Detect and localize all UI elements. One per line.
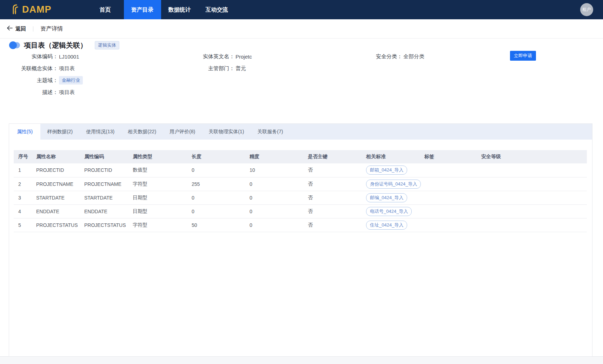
table-cell: 数值型 [128,163,187,177]
table-cell [477,163,587,177]
tab[interactable]: 关联服务(7) [251,124,290,140]
attribute-table: 序号属性名称属性编码属性类型长度精度是否主键相关标准标签安全等级 1PROJEC… [14,150,587,232]
field-related-concept-entity: 关联概念实体： 项目表 [9,65,201,72]
table-cell: PROJECTNAME [32,177,80,191]
standard-pill[interactable]: 住址_0424_导入 [366,221,407,230]
entity-venn-icon [9,41,21,49]
column-header: 标签 [420,150,477,163]
table-cell [477,177,587,191]
column-header: 是否主键 [303,150,362,163]
apply-now-button[interactable]: 立即申请 [510,51,536,61]
field-label: 关联概念实体： [9,65,58,72]
table-cell: 50 [187,218,245,232]
table-cell: 0 [187,204,245,218]
table-cell: 10 [245,163,303,177]
table-cell: 0 [245,177,303,191]
tab[interactable]: 关联物理实体(1) [202,124,251,140]
table-cell: 否 [303,204,362,218]
table-cell [420,177,477,191]
field-label: 实体编码： [9,53,58,60]
field-value: Projetc [236,54,252,60]
table-cell [420,218,477,232]
field-label: 安全分类： [374,53,402,60]
tab[interactable]: 属性(5) [9,124,40,140]
asset-title: 项目表（逻辑关联） [24,41,87,50]
field-value: LJ10001 [59,54,79,60]
table-row: 3STARTDATESTARTDATE日期型00否邮编_0424_导入 [14,191,587,204]
table-cell: ENDDATE [80,204,128,218]
avatar[interactable]: 租户 [580,3,593,16]
column-header: 属性编码 [80,150,128,163]
back-arrow-icon [7,26,13,32]
nav-item[interactable]: 数据统计 [161,0,198,19]
column-header: 相关标准 [362,150,420,163]
table-cell-standard: 住址_0424_导入 [362,218,420,232]
nav-menu: 首页资产目录数据统计互动交流 [87,0,236,19]
table-cell [477,191,587,204]
table-row: 5PROJECTSTATUSPROJECTSTATUS字符型500否住址_042… [14,218,587,232]
column-header: 属性类型 [128,150,187,163]
table-cell: 日期型 [128,191,187,204]
field-label: 实体英文名： [201,53,234,60]
table-cell [477,204,587,218]
standard-pill[interactable]: 邮箱_0424_导入 [366,166,407,175]
field-department: 主管部门： 普元 [201,65,374,72]
table-cell: 否 [303,191,362,204]
attribute-table-wrap: 序号属性名称属性编码属性类型长度精度是否主键相关标准标签安全等级 1PROJEC… [14,150,587,232]
page-title: 资产详情 [40,25,63,33]
column-header: 属性名称 [32,150,80,163]
table-row: 1PROJECTIDPROJECTID数值型010否邮箱_0424_导入 [14,163,587,177]
field-label: 描述： [9,89,58,96]
tab-strip: 属性(5)样例数据(2)使用情况(13)相关数据(22)用户评价(8)关联物理实… [9,124,592,140]
field-value: 普元 [236,65,246,72]
table-cell: 5 [14,218,32,232]
table-row: 4ENDDATEENDDATE日期型00否电话号_0424_导入 [14,204,587,218]
app-logo[interactable]: DAMP [0,0,52,19]
logo-text: DAMP [22,4,52,15]
tab[interactable]: 用户评价(8) [163,124,202,140]
breadcrumb: 返回 资产详情 [0,19,603,39]
table-cell: PROJECTID [32,163,80,177]
table-cell: 2 [14,177,32,191]
field-label: 主管部门： [201,65,234,72]
field-entity-english-name: 实体英文名： Projetc [201,53,374,60]
back-button[interactable]: 返回 [7,26,26,32]
table-cell-standard: 邮编_0424_导入 [362,191,420,204]
table-cell: 255 [187,177,245,191]
table-cell: 0 [187,191,245,204]
column-header: 安全等级 [477,150,587,163]
column-header: 序号 [14,150,32,163]
tab[interactable]: 样例数据(2) [40,124,79,140]
table-cell: ENDDATE [32,204,80,218]
subject-domain-badge[interactable]: 金融行业 [59,76,83,85]
nav-item[interactable]: 首页 [87,0,124,19]
table-cell: 0 [187,163,245,177]
table-cell: 否 [303,177,362,191]
top-navbar: DAMP 首页资产目录数据统计互动交流 租户 [0,0,603,19]
standard-pill[interactable]: 电话号_0424_导入 [366,207,412,216]
detail-card: 属性(5)样例数据(2)使用情况(13)相关数据(22)用户评价(8)关联物理实… [9,123,592,357]
table-cell-standard: 邮箱_0424_导入 [362,163,420,177]
field-security-category: 安全分类： 全部分类 [374,53,603,60]
table-cell: 日期型 [128,204,187,218]
table-cell-standard: 电话号_0424_导入 [362,204,420,218]
table-cell: STARTDATE [32,191,80,204]
standard-pill[interactable]: 邮编_0424_导入 [366,193,407,202]
nav-item[interactable]: 资产目录 [124,0,161,19]
table-cell: 0 [245,191,303,204]
standard-pill[interactable]: 身份证号码_0424_导入 [366,180,421,189]
table-cell [420,204,477,218]
field-subject-domain: 主题域： 金融行业 [9,76,201,85]
table-cell: 4 [14,204,32,218]
column-header: 精度 [245,150,303,163]
field-entity-code: 实体编码： LJ10001 [9,53,201,60]
back-label: 返回 [15,26,26,32]
tab[interactable]: 相关数据(22) [121,124,163,140]
table-cell: 字符型 [128,177,187,191]
entity-type-badge: 逻辑实体 [95,41,119,49]
field-label: 主题域： [9,77,58,84]
nav-item[interactable]: 互动交流 [198,0,236,19]
table-cell: PROJECTID [80,163,128,177]
table-cell: STARTDATE [80,191,128,204]
tab[interactable]: 使用情况(13) [79,124,121,140]
